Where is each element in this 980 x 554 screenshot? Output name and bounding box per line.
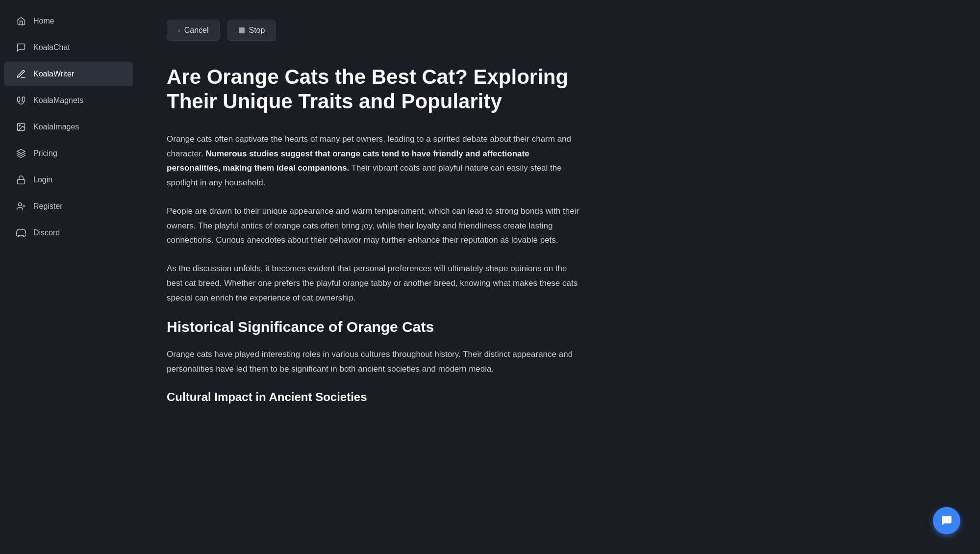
chat-button[interactable] <box>933 507 960 534</box>
sidebar-item-login[interactable]: Login <box>4 168 133 192</box>
sidebar-item-koalaimages-label: KoalaImages <box>33 123 79 131</box>
sidebar-item-home-label: Home <box>33 17 54 25</box>
sidebar-item-koalawriter[interactable]: KoalaWriter <box>4 62 133 86</box>
pricing-icon <box>16 148 26 159</box>
sidebar: Home KoalaChat KoalaWriter KoalaMagnets … <box>0 0 137 554</box>
svg-point-1 <box>19 125 21 126</box>
register-icon <box>16 201 26 212</box>
discord-icon <box>16 227 26 238</box>
cancel-label: Cancel <box>184 26 209 35</box>
sidebar-item-login-label: Login <box>33 176 52 184</box>
cancel-button[interactable]: ‹ Cancel <box>167 20 220 41</box>
sidebar-item-koalawriter-label: KoalaWriter <box>33 70 74 78</box>
svg-point-3 <box>18 203 22 206</box>
sidebar-item-koalachat[interactable]: KoalaChat <box>4 35 133 60</box>
sidebar-item-koalachat-label: KoalaChat <box>33 43 70 52</box>
article-paragraph-2: People are drawn to their unique appeara… <box>167 204 583 248</box>
sidebar-item-register[interactable]: Register <box>4 194 133 219</box>
sidebar-item-koalaimages[interactable]: KoalaImages <box>4 115 133 139</box>
sidebar-item-koalamagnets-label: KoalaMagnets <box>33 96 83 105</box>
sidebar-item-pricing[interactable]: Pricing <box>4 141 133 166</box>
stop-label: Stop <box>249 26 265 35</box>
sidebar-item-discord[interactable]: Discord <box>4 221 133 245</box>
sidebar-item-koalamagnets[interactable]: KoalaMagnets <box>4 88 133 113</box>
section-paragraph: Orange cats have played interesting role… <box>167 347 583 377</box>
section-heading: Historical Significance of Orange Cats <box>167 319 583 335</box>
magnets-icon <box>16 95 26 106</box>
article-content: Are Orange Cats the Best Cat? Exploring … <box>167 65 583 404</box>
home-icon <box>16 16 26 26</box>
sidebar-item-register-label: Register <box>33 202 63 211</box>
sub-heading: Cultural Impact in Ancient Societies <box>167 390 583 404</box>
stop-square-icon <box>239 27 245 33</box>
sidebar-item-pricing-label: Pricing <box>33 149 57 158</box>
stop-button[interactable]: Stop <box>227 20 276 41</box>
main-content: ‹ Cancel Stop Are Orange Cats the Best C… <box>137 0 980 554</box>
article-paragraph-3: As the discussion unfolds, it becomes ev… <box>167 261 583 305</box>
article-title: Are Orange Cats the Best Cat? Exploring … <box>167 65 583 114</box>
toolbar: ‹ Cancel Stop <box>167 20 951 41</box>
chat-icon <box>16 42 26 53</box>
sidebar-item-discord-label: Discord <box>33 228 60 237</box>
article-paragraph-1: Orange cats often captivate the hearts o… <box>167 132 583 190</box>
chat-bubble-icon <box>940 514 953 527</box>
login-icon <box>16 175 26 185</box>
chevron-left-icon: ‹ <box>178 26 180 34</box>
writer-icon <box>16 69 26 79</box>
images-icon <box>16 122 26 132</box>
sidebar-item-home[interactable]: Home <box>4 9 133 33</box>
svg-rect-2 <box>18 179 25 184</box>
